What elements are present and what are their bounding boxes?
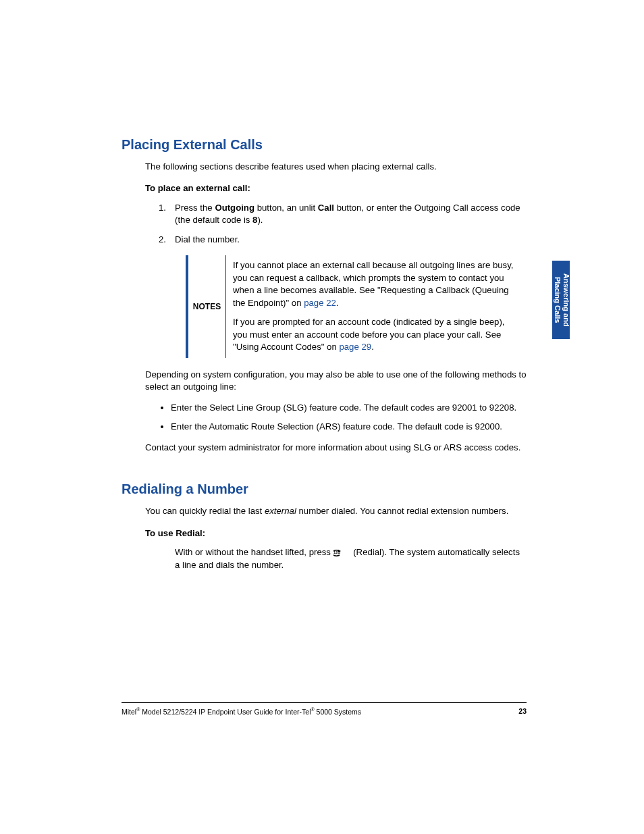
page-content: Placing External Calls The following sec… xyxy=(122,135,527,571)
section1-intro: The following sections describe features… xyxy=(145,161,527,173)
step-text: Dial the number. xyxy=(175,234,240,244)
redial-icon: 123 xyxy=(333,548,351,556)
section2-body: You can quickly redial the last external… xyxy=(145,505,527,571)
section2-intro: You can quickly redial the last external… xyxy=(145,505,527,517)
note-2: If you are prompted for an account code … xyxy=(233,316,520,353)
section2-subhead: To use Redial: xyxy=(145,527,527,540)
step-text: Press the Outgoing button, an unlit Call… xyxy=(175,203,520,225)
footer-rule xyxy=(122,702,527,703)
step-1: 1. Press the Outgoing button, an unlit C… xyxy=(159,202,527,227)
link-page-29[interactable]: page 29 xyxy=(339,342,371,352)
bullet-ars: Enter the Automatic Route Selection (ARS… xyxy=(171,421,527,433)
notes-content: If you cannot place an external call bec… xyxy=(226,255,527,357)
para-contact-admin: Contact your system administrator for mo… xyxy=(145,442,527,454)
external-call-steps: 1. Press the Outgoing button, an unlit C… xyxy=(159,202,527,246)
redial-step: With or without the handset lifted, pres… xyxy=(175,546,527,571)
para-methods-intro: Depending on system configuration, you m… xyxy=(145,369,527,394)
notes-block: NOTES If you cannot place an external ca… xyxy=(186,255,527,357)
note-1: If you cannot place an external call bec… xyxy=(233,259,520,309)
heading-redialing: Redialing a Number xyxy=(122,479,527,498)
footer-text: Mitel® Model 5212/5224 IP Endpoint User … xyxy=(122,706,361,716)
step-number: 2. xyxy=(159,234,166,246)
page-footer: Mitel® Model 5212/5224 IP Endpoint User … xyxy=(122,706,527,716)
section1-subhead: To place an external call: xyxy=(145,182,527,194)
section1-body: The following sections describe features… xyxy=(145,161,527,454)
page-number: 23 xyxy=(518,706,527,716)
link-page-22[interactable]: page 22 xyxy=(304,298,336,308)
section-tab: Answering and Placing Calls xyxy=(552,261,570,339)
notes-label: NOTES xyxy=(188,255,226,357)
step-number: 1. xyxy=(159,202,166,214)
bullet-slg: Enter the Select Line Group (SLG) featur… xyxy=(171,402,527,414)
step-2: 2. Dial the number. xyxy=(159,234,527,246)
outgoing-line-methods: Enter the Select Line Group (SLG) featur… xyxy=(171,402,527,434)
heading-placing-external-calls: Placing External Calls xyxy=(122,135,527,154)
